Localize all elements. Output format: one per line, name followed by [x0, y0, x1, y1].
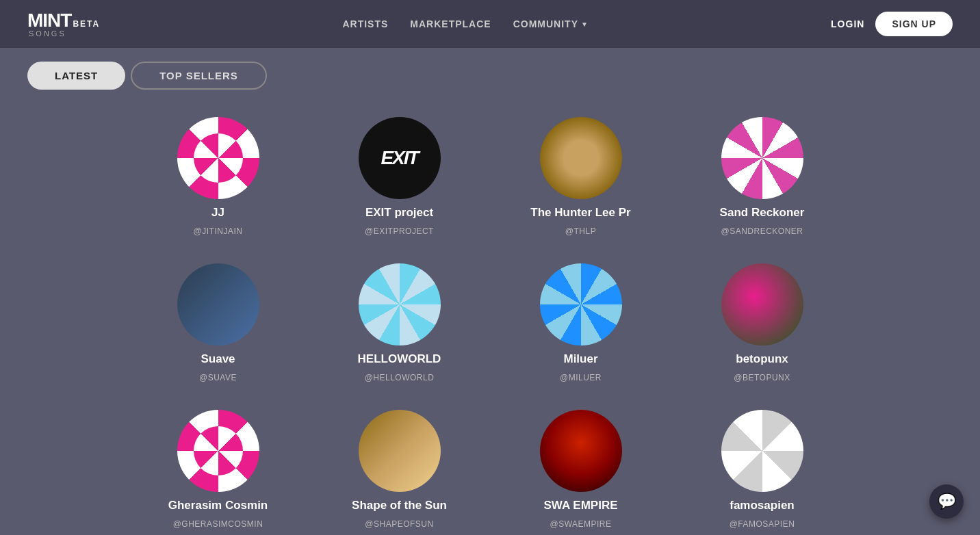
artist-name: Shape of the Sun	[352, 499, 447, 512]
artist-card[interactable]: Suave@SUAVE	[134, 263, 302, 382]
nav-auth: LOGIN SIGN UP	[831, 12, 953, 36]
artists-grid: JJ@JITINJAINEXITEXIT project@EXITPROJECT…	[79, 90, 901, 535]
signup-button[interactable]: SIGN UP	[875, 12, 953, 36]
artist-avatar	[177, 410, 259, 492]
chevron-down-icon: ▼	[581, 21, 589, 28]
artist-avatar	[721, 263, 803, 345]
artist-card[interactable]: SWA EMPIRE@SWAEMPIRE	[497, 410, 665, 529]
artist-avatar	[359, 263, 441, 345]
artist-name: JJ	[211, 206, 224, 220]
artist-handle: @GHERASIMCOSMIN	[173, 519, 263, 529]
artist-name: Suave	[201, 352, 235, 366]
artist-avatar	[540, 410, 622, 492]
logo[interactable]: MINT BETA SONGS	[27, 11, 100, 38]
artist-name: Sand Reckoner	[720, 206, 805, 220]
avatar-text: EXIT	[381, 147, 417, 169]
artist-handle: @BETOPUNX	[734, 373, 790, 382]
artist-avatar	[540, 117, 622, 199]
nav-item-artists[interactable]: ARTISTS	[342, 18, 388, 30]
tab-top-sellers[interactable]: TOP SELLERS	[131, 62, 267, 90]
artist-handle: @HELLOWORLD	[365, 373, 435, 382]
artist-handle: @SHAPEOFSUN	[365, 519, 433, 529]
artist-handle: @JITINJAIN	[194, 226, 243, 236]
artist-name: HELLOWORLD	[358, 352, 441, 366]
artist-card[interactable]: JJ@JITINJAIN	[134, 117, 302, 236]
artist-handle: @SUAVE	[199, 373, 237, 382]
artist-card[interactable]: Miluer@MILUER	[497, 263, 665, 382]
artist-avatar	[359, 410, 441, 492]
artist-avatar: EXIT	[359, 117, 441, 199]
artist-handle: @SANDRECKONER	[721, 226, 803, 236]
artist-name: Gherasim Cosmin	[168, 499, 268, 512]
logo-songs: SONGS	[29, 30, 100, 38]
logo-mint: MINT	[27, 11, 71, 30]
logo-beta: BETA	[73, 20, 100, 28]
chat-icon: 💬	[938, 493, 956, 510]
nav-link-community[interactable]: COMMUNITY ▼	[513, 18, 589, 29]
artist-card[interactable]: HELLOWORLD@HELLOWORLD	[315, 263, 483, 382]
artist-card[interactable]: The Hunter Lee Pr@THLP	[497, 117, 665, 236]
nav-item-marketplace[interactable]: MARKETPLACE	[410, 18, 491, 30]
tab-latest[interactable]: LATEST	[27, 62, 125, 90]
artist-name: SWA EMPIRE	[544, 499, 618, 512]
artist-card[interactable]: EXITEXIT project@EXITPROJECT	[315, 117, 483, 236]
artist-card[interactable]: famosapien@FAMOSAPIEN	[678, 410, 846, 529]
artist-card[interactable]: Shape of the Sun@SHAPEOFSUN	[315, 410, 483, 529]
artist-handle: @EXITPROJECT	[365, 226, 434, 236]
artist-name: famosapien	[730, 499, 794, 512]
artist-handle: @FAMOSAPIEN	[730, 519, 795, 529]
artist-name: EXIT project	[365, 206, 433, 220]
tabs-section: LATEST TOP SELLERS	[0, 48, 980, 90]
artist-avatar	[177, 117, 259, 199]
artist-handle: @MILUER	[560, 373, 602, 382]
artist-handle: @SWAEMPIRE	[550, 519, 611, 529]
artist-card[interactable]: Sand Reckoner@SANDRECKONER	[678, 117, 846, 236]
artist-card[interactable]: betopunx@BETOPUNX	[678, 263, 846, 382]
artist-handle: @THLP	[565, 226, 596, 236]
nav-link-marketplace[interactable]: MARKETPLACE	[410, 18, 491, 29]
artist-avatar	[540, 263, 622, 345]
artist-avatar	[721, 117, 803, 199]
artist-card[interactable]: Gherasim Cosmin@GHERASIMCOSMIN	[134, 410, 302, 529]
artist-avatar	[177, 263, 259, 345]
login-button[interactable]: LOGIN	[831, 18, 864, 29]
artist-name: betopunx	[736, 352, 788, 366]
chat-button[interactable]: 💬	[929, 484, 964, 519]
navbar: MINT BETA SONGS ARTISTS MARKETPLACE COMM…	[0, 0, 980, 48]
tab-bar: LATEST TOP SELLERS	[27, 62, 953, 90]
nav-links: ARTISTS MARKETPLACE COMMUNITY ▼	[342, 18, 588, 30]
nav-link-artists[interactable]: ARTISTS	[342, 18, 388, 29]
artist-avatar	[721, 410, 803, 492]
nav-item-community[interactable]: COMMUNITY ▼	[513, 18, 589, 29]
artist-name: Miluer	[563, 352, 597, 366]
artist-name: The Hunter Lee Pr	[530, 206, 630, 220]
